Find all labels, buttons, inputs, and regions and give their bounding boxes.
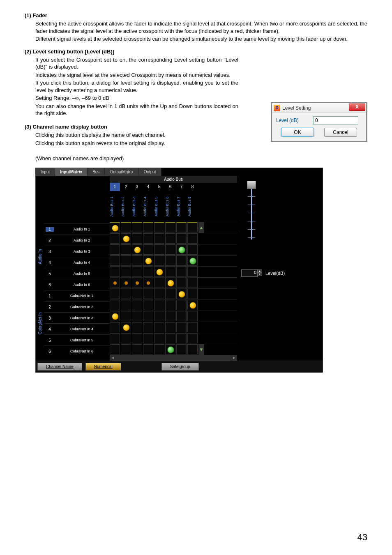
crosspoint-cell[interactable]: [154, 311, 164, 321]
crosspoint-cell[interactable]: [143, 278, 153, 288]
crosspoint-cell[interactable]: [132, 233, 142, 244]
crosspoint-cell[interactable]: [110, 267, 120, 277]
scroll-down-icon[interactable]: ▼: [198, 344, 204, 355]
crosspoint-cell[interactable]: [165, 344, 175, 355]
level-input[interactable]: [313, 116, 358, 124]
crosspoint-cell[interactable]: [121, 333, 131, 343]
crosspoint-cell[interactable]: [165, 222, 175, 233]
crosspoint-cell[interactable]: [154, 333, 164, 343]
crosspoint-cell[interactable]: [176, 311, 187, 321]
crosspoint-cell[interactable]: [154, 233, 164, 244]
crosspoint-cell[interactable]: [187, 289, 198, 299]
horizontal-scrollbar[interactable]: ◄ ►: [110, 355, 237, 361]
row-item[interactable]: 5CobraNet In 5: [44, 334, 110, 345]
crosspoint-cell[interactable]: [143, 233, 153, 244]
crosspoint-cell[interactable]: [110, 278, 120, 288]
crosspoint-cell[interactable]: [143, 289, 153, 299]
crosspoint-cell[interactable]: [187, 311, 198, 321]
crosspoint-cell[interactable]: [165, 311, 175, 321]
crosspoint-cell[interactable]: [187, 233, 198, 244]
crosspoint-cell[interactable]: [143, 300, 153, 310]
crosspoint-cell[interactable]: [110, 333, 120, 343]
crosspoint-cell[interactable]: [154, 256, 164, 266]
tab-inputmatrix[interactable]: InputMatrix: [55, 168, 88, 176]
crosspoint-cell[interactable]: [110, 322, 120, 332]
crosspoint-cell[interactable]: [176, 244, 187, 255]
crosspoint-cell[interactable]: [132, 256, 142, 266]
crosspoint-cell[interactable]: [165, 267, 175, 277]
crosspoint-cell[interactable]: [143, 267, 153, 277]
row-item[interactable]: 3Audio In 3: [44, 246, 110, 257]
tab-bus[interactable]: Bus: [88, 168, 105, 176]
crosspoint-cell[interactable]: [121, 278, 131, 288]
column-number[interactable]: 3: [132, 183, 142, 191]
channel-name-button[interactable]: Channel Name: [37, 363, 82, 371]
column-number[interactable]: 8: [187, 183, 198, 191]
column-number[interactable]: 7: [176, 183, 187, 191]
row-item[interactable]: 4CobraNet In 4: [44, 323, 110, 334]
crosspoint-cell[interactable]: [110, 311, 120, 321]
column-number[interactable]: 4: [143, 183, 153, 191]
crosspoint-cell[interactable]: [132, 311, 142, 321]
crosspoint-cell[interactable]: [143, 256, 153, 266]
row-item[interactable]: 3CobraNet In 3: [44, 312, 110, 323]
crosspoint-cell[interactable]: [121, 233, 131, 244]
safe-group-button[interactable]: Safe group: [161, 363, 199, 371]
cancel-button[interactable]: Cancel: [324, 128, 357, 137]
crosspoint-cell[interactable]: [110, 244, 120, 255]
crosspoint-cell[interactable]: [132, 322, 142, 332]
crosspoint-cell[interactable]: [110, 222, 120, 233]
crosspoint-cell[interactable]: [143, 344, 153, 355]
column-number[interactable]: 2: [121, 183, 131, 191]
crosspoint-cell[interactable]: [121, 222, 131, 233]
crosspoint-cell[interactable]: [121, 344, 131, 355]
row-item[interactable]: 1CobraNet In 1: [44, 290, 110, 301]
tab-output[interactable]: Output: [139, 168, 161, 176]
scroll-left-icon[interactable]: ◄: [110, 355, 115, 361]
column-number[interactable]: 5: [154, 183, 164, 191]
crosspoint-cell[interactable]: [121, 300, 131, 310]
tab-outputmatrix[interactable]: OutputMatrix: [105, 168, 138, 176]
crosspoint-cell[interactable]: [143, 311, 153, 321]
crosspoint-cell[interactable]: [165, 289, 175, 299]
crosspoint-cell[interactable]: [143, 222, 153, 233]
crosspoint-cell[interactable]: [154, 300, 164, 310]
crosspoint-cell[interactable]: [132, 278, 142, 288]
crosspoint-cell[interactable]: [176, 278, 187, 288]
row-item[interactable]: 4Audio In 4: [44, 257, 110, 268]
crosspoint-cell[interactable]: [165, 322, 175, 332]
row-item[interactable]: 5Audio In 5: [44, 268, 110, 279]
fader-handle[interactable]: [247, 181, 256, 189]
crosspoint-cell[interactable]: [187, 222, 198, 233]
crosspoint-cell[interactable]: [132, 333, 142, 343]
crosspoint-cell[interactable]: [154, 278, 164, 288]
crosspoint-cell[interactable]: [143, 322, 153, 332]
crosspoint-cell[interactable]: [154, 222, 164, 233]
crosspoint-cell[interactable]: [187, 322, 198, 332]
crosspoint-cell[interactable]: [165, 333, 175, 343]
crosspoint-cell[interactable]: [121, 289, 131, 299]
crosspoint-cell[interactable]: [176, 289, 187, 299]
crosspoint-cell[interactable]: [132, 222, 142, 233]
crosspoint-cell[interactable]: [176, 267, 187, 277]
crosspoint-cell[interactable]: [110, 233, 120, 244]
crosspoint-cell[interactable]: [176, 222, 187, 233]
crosspoint-cell[interactable]: [176, 344, 187, 355]
crosspoint-cell[interactable]: [187, 256, 198, 266]
crosspoint-cell[interactable]: [121, 244, 131, 255]
crosspoint-cell[interactable]: [110, 300, 120, 310]
row-item[interactable]: 6CobraNet In 6: [44, 345, 110, 357]
crosspoint-cell[interactable]: [176, 300, 187, 310]
crosspoint-cell[interactable]: [165, 244, 175, 255]
crosspoint-cell[interactable]: [187, 333, 198, 343]
crosspoint-cell[interactable]: [110, 289, 120, 299]
crosspoint-cell[interactable]: [121, 256, 131, 266]
crosspoint-cell[interactable]: [187, 344, 198, 355]
crosspoint-cell[interactable]: [187, 244, 198, 255]
crosspoint-cell[interactable]: [110, 344, 120, 355]
crosspoint-cell[interactable]: [143, 244, 153, 255]
crosspoint-cell[interactable]: [165, 256, 175, 266]
row-item[interactable]: 1Audio In 1: [44, 223, 110, 235]
crosspoint-cell[interactable]: [121, 267, 131, 277]
fader[interactable]: [245, 180, 258, 242]
